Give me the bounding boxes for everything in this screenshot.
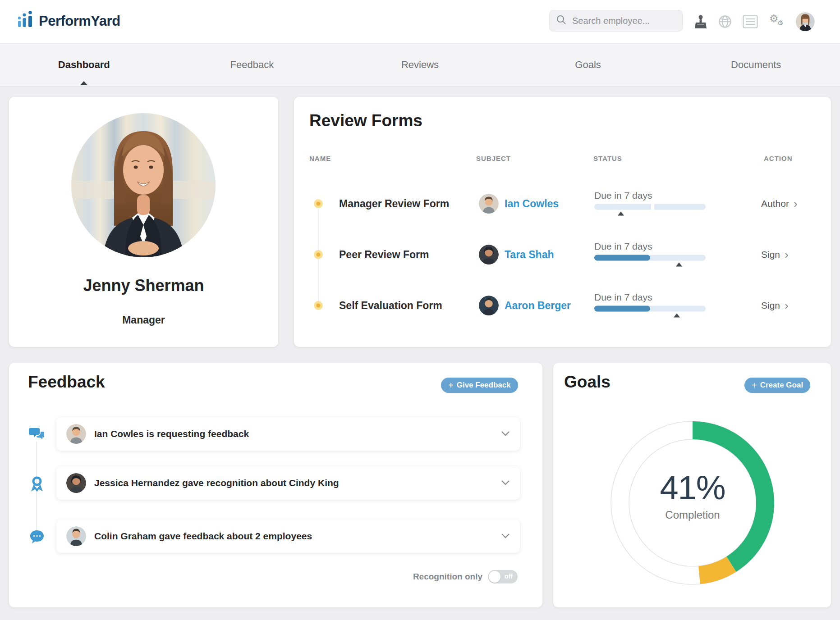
form-name: Peer Review Form — [339, 249, 429, 261]
feedback-item[interactable]: Jessica Hernandez gave recognition about… — [56, 466, 520, 500]
chat-bubbles-icon — [29, 426, 45, 442]
progress-fill — [594, 306, 650, 312]
feedback-item-text: Jessica Hernandez gave recognition about… — [94, 478, 501, 488]
chevron-right-icon: › — [785, 300, 789, 311]
review-forms-title: Review Forms — [309, 111, 422, 130]
chevron-right-icon: › — [794, 198, 798, 210]
status-cell: Due in 7 days — [594, 292, 707, 319]
chevron-right-icon: › — [785, 249, 789, 260]
user-avatar[interactable] — [796, 12, 815, 31]
speech-bubble-icon — [29, 529, 45, 545]
status-dot-icon — [314, 199, 323, 208]
progress-track — [594, 204, 706, 210]
tab-goals[interactable]: Goals — [504, 44, 672, 86]
action-label: Sign — [761, 249, 780, 260]
tab-dashboard[interactable]: Dashboard — [0, 44, 168, 86]
toggle-state-label: off — [505, 573, 513, 580]
plus-icon: + — [448, 381, 454, 390]
feedback-item-text: Colin Graham gave feedback about 2 emplo… — [94, 531, 501, 542]
form-name: Self Evaluation Form — [339, 300, 442, 312]
profile-card: Jenny Sherman Manager — [9, 97, 278, 347]
status-dot-icon — [314, 250, 323, 259]
settings-gears-icon[interactable]: ⚙ ⚙ — [768, 13, 786, 31]
globe-icon[interactable] — [716, 13, 734, 31]
top-header: PerformYard — [0, 0, 840, 43]
recognition-medal-icon — [29, 475, 45, 492]
table-row: Manager Review Form Ian Cowles Due in 7 … — [294, 183, 831, 224]
table-row: Self Evaluation Form Aaron Berger Due in… — [294, 285, 831, 326]
recognition-only-toggle[interactable]: off — [488, 570, 518, 584]
logo-bars-icon — [17, 11, 34, 32]
tab-goals-label: Goals — [575, 59, 601, 71]
recognition-only-label: Recognition only — [413, 572, 482, 582]
due-text: Due in 7 days — [594, 241, 707, 252]
goal-completion-donut — [607, 417, 778, 588]
column-header-status: STATUS — [593, 155, 622, 162]
give-feedback-label: Give Feedback — [457, 381, 511, 390]
give-feedback-button[interactable]: + Give Feedback — [441, 378, 518, 393]
avatar — [66, 424, 86, 444]
search-input[interactable] — [571, 15, 672, 27]
performyard-logo[interactable]: PerformYard — [17, 11, 120, 32]
progress-fill — [594, 255, 650, 261]
forms-list-icon[interactable] — [741, 13, 759, 31]
progress-segment-gap — [651, 204, 654, 210]
subject-link[interactable]: Tara Shah — [505, 249, 554, 261]
progress-marker-icon — [618, 212, 624, 216]
chevron-down-icon[interactable] — [501, 532, 510, 540]
active-tab-indicator — [80, 81, 87, 85]
performyard-dashboard: PerformYard — [0, 0, 840, 620]
subject-link[interactable]: Aaron Berger — [505, 300, 571, 312]
feedback-item[interactable]: Ian Cowles is requesting feedback — [56, 417, 520, 451]
status-cell: Due in 7 days — [594, 241, 707, 269]
tab-dashboard-label: Dashboard — [58, 59, 110, 71]
tab-documents-label: Documents — [731, 59, 781, 71]
gear-small-icon: ⚙ — [777, 19, 783, 27]
chevron-down-icon[interactable] — [501, 430, 510, 438]
tab-feedback-label: Feedback — [230, 59, 274, 71]
tab-reviews[interactable]: Reviews — [336, 44, 504, 86]
avatar — [66, 473, 86, 493]
progress-marker-icon — [676, 263, 682, 267]
due-text: Due in 7 days — [594, 190, 707, 201]
column-header-subject: SUBJECT — [476, 155, 511, 162]
status-cell: Due in 7 days — [594, 190, 707, 218]
action-link-sign[interactable]: Sign › — [761, 249, 789, 260]
column-header-action: ACTION — [764, 155, 793, 162]
feedback-title: Feedback — [28, 373, 105, 392]
search-icon — [556, 14, 567, 27]
logo-text: PerformYard — [39, 13, 120, 29]
action-link-author[interactable]: Author › — [761, 198, 798, 210]
profile-role: Manager — [9, 314, 278, 326]
column-header-name: NAME — [309, 155, 331, 162]
form-name: Manager Review Form — [339, 198, 449, 210]
action-link-sign[interactable]: Sign › — [761, 300, 789, 311]
recognition-only-row: Recognition only off — [413, 570, 518, 584]
goals-card: Goals + Create Goal 41% Completion — [553, 363, 831, 607]
avatar — [66, 526, 86, 546]
org-person-icon[interactable] — [692, 13, 710, 31]
feedback-item[interactable]: Colin Graham gave feedback about 2 emplo… — [56, 520, 520, 553]
due-text: Due in 7 days — [594, 292, 707, 303]
subject-link[interactable]: Ian Cowles — [505, 198, 559, 210]
tab-reviews-label: Reviews — [401, 59, 439, 71]
tab-documents[interactable]: Documents — [672, 44, 840, 86]
avatar — [479, 296, 499, 315]
plus-icon: + — [752, 381, 757, 390]
create-goal-label: Create Goal — [760, 381, 803, 390]
action-label: Author — [761, 198, 789, 209]
main-nav: Dashboard Feedback Reviews Goals Documen… — [0, 43, 840, 87]
action-label: Sign — [761, 300, 780, 311]
create-goal-button[interactable]: + Create Goal — [744, 378, 810, 393]
feedback-card: Feedback + Give Feedback — [9, 363, 542, 607]
progress-marker-icon — [674, 314, 680, 318]
profile-name: Jenny Sherman — [9, 276, 278, 295]
employee-search — [549, 10, 683, 32]
toggle-knob — [489, 571, 500, 583]
tab-feedback[interactable]: Feedback — [168, 44, 336, 86]
progress-bar — [594, 306, 706, 319]
progress-bar — [594, 204, 706, 218]
chevron-down-icon[interactable] — [501, 479, 510, 487]
progress-bar — [594, 255, 706, 269]
avatar — [479, 194, 499, 214]
